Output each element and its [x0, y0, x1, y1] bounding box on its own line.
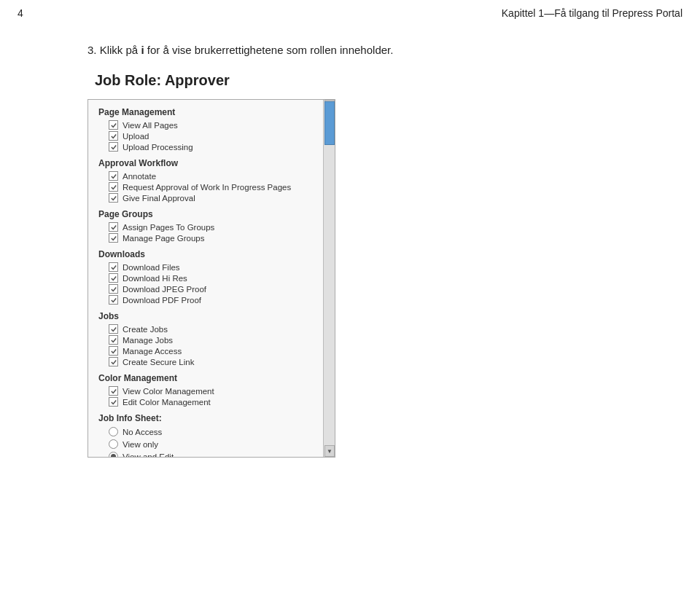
section-header-0: Page Management: [98, 107, 324, 117]
item-row-4-0[interactable]: Create Jobs: [98, 324, 324, 334]
item-label-1-1: Request Approval of Work In Progress Pag…: [122, 183, 291, 192]
item-row-2-0[interactable]: Assign Pages To Groups: [98, 221, 324, 232]
page-number: 4: [18, 7, 23, 19]
checkbox-0-0[interactable]: [109, 120, 118, 130]
item-row-0-1[interactable]: Upload: [98, 130, 324, 141]
item-label-0-1: Upload: [122, 132, 149, 141]
checkbox-2-0[interactable]: [109, 222, 118, 232]
panel-container: Page ManagementView All PagesUploadUploa…: [88, 99, 656, 458]
section-header-1: Approval Workflow: [98, 158, 324, 168]
item-label-1-2: Give Final Approval: [122, 194, 195, 203]
checkbox-1-1[interactable]: [109, 182, 118, 192]
item-label-5-0: View Color Management: [122, 387, 214, 396]
item-row-3-1[interactable]: Download Hi Res: [98, 272, 324, 283]
checkbox-1-2[interactable]: [109, 193, 118, 203]
item-label-6-2: View and Edit: [122, 452, 174, 458]
checkbox-2-1[interactable]: [109, 233, 118, 243]
checkbox-1-0[interactable]: [109, 171, 118, 181]
section-header-4: Jobs: [98, 311, 324, 321]
item-label-5-1: Edit Color Management: [122, 398, 211, 407]
permissions-panel: Page ManagementView All PagesUploadUploa…: [88, 99, 335, 458]
checkbox-4-0[interactable]: [109, 324, 118, 334]
item-row-3-3[interactable]: Download PDF Proof: [98, 294, 324, 305]
item-row-0-0[interactable]: View All Pages: [98, 119, 324, 130]
job-role-title: Job Role: Approver: [95, 72, 656, 89]
item-row-6-1[interactable]: View only: [98, 438, 324, 450]
item-label-2-1: Manage Page Groups: [122, 234, 205, 243]
item-row-1-2[interactable]: Give Final Approval: [98, 192, 324, 203]
item-row-1-1[interactable]: Request Approval of Work In Progress Pag…: [98, 181, 324, 192]
item-label-4-0: Create Jobs: [122, 325, 168, 334]
item-row-5-0[interactable]: View Color Management: [98, 385, 324, 396]
item-label-4-1: Manage Jobs: [122, 336, 173, 345]
item-row-1-0[interactable]: Annotate: [98, 170, 324, 181]
step-suffix: for å vise brukerrettighetene som rollen…: [144, 44, 394, 56]
item-row-6-0[interactable]: No Access: [98, 426, 324, 438]
section-header-5: Color Management: [98, 373, 324, 383]
item-row-3-2[interactable]: Download JPEG Proof: [98, 283, 324, 294]
item-label-0-2: Upload Processing: [122, 143, 193, 152]
step-text: 3. Klikk på i for å vise brukerrettighet…: [88, 44, 656, 56]
section-header-2: Page Groups: [98, 209, 324, 219]
checkbox-3-0[interactable]: [109, 262, 118, 272]
item-label-6-0: No Access: [122, 428, 162, 436]
checkbox-4-3[interactable]: [109, 357, 118, 366]
item-row-3-0[interactable]: Download Files: [98, 262, 324, 272]
radio-6-1[interactable]: [109, 439, 118, 449]
item-row-0-2[interactable]: Upload Processing: [98, 141, 324, 152]
item-label-3-1: Download Hi Res: [122, 274, 187, 283]
page-header: 4 Kapittel 1—Få tilgang til Prepress Por…: [0, 0, 700, 23]
item-label-6-1: View only: [122, 440, 158, 449]
item-label-3-2: Download JPEG Proof: [122, 285, 206, 294]
step-prefix: 3. Klikk på: [88, 44, 141, 56]
item-row-4-2[interactable]: Manage Access: [98, 345, 324, 356]
item-row-4-3[interactable]: Create Secure Link: [98, 356, 324, 367]
checkbox-5-0[interactable]: [109, 386, 118, 396]
item-row-2-1[interactable]: Manage Page Groups: [98, 232, 324, 243]
item-label-4-3: Create Secure Link: [122, 358, 194, 366]
checkbox-4-2[interactable]: [109, 346, 118, 356]
checkbox-3-3[interactable]: [109, 295, 118, 305]
radio-6-0[interactable]: [109, 427, 118, 436]
item-row-4-1[interactable]: Manage Jobs: [98, 334, 324, 345]
scrollbar-track[interactable]: ▲ ▼: [323, 100, 335, 457]
item-label-0-0: View All Pages: [122, 121, 178, 130]
item-row-5-1[interactable]: Edit Color Management: [98, 396, 324, 407]
checkbox-4-1[interactable]: [109, 335, 118, 345]
checkbox-3-2[interactable]: [109, 284, 118, 294]
item-label-1-0: Annotate: [122, 172, 156, 181]
page-title: Kapittel 1—Få tilgang til Prepress Porta…: [502, 7, 682, 19]
checkbox-0-1[interactable]: [109, 131, 118, 141]
panel-inner: Page ManagementView All PagesUploadUploa…: [88, 100, 335, 457]
item-label-3-3: Download PDF Proof: [122, 296, 201, 305]
checkbox-0-2[interactable]: [109, 142, 118, 152]
section-header-6: Job Info Sheet:: [98, 413, 324, 423]
item-label-3-0: Download Files: [122, 263, 180, 272]
main-content: 3. Klikk på i for å vise brukerrettighet…: [0, 23, 700, 478]
item-label-2-0: Assign Pages To Groups: [122, 223, 214, 232]
section-header-3: Downloads: [98, 249, 324, 259]
radio-6-2[interactable]: [109, 452, 118, 457]
scrollbar-down-button[interactable]: ▼: [324, 445, 335, 457]
scrollbar-thumb[interactable]: [324, 101, 335, 145]
item-label-4-2: Manage Access: [122, 347, 182, 356]
item-row-6-2[interactable]: View and Edit: [98, 450, 324, 457]
checkbox-5-1[interactable]: [109, 397, 118, 407]
checkbox-3-1[interactable]: [109, 273, 118, 283]
